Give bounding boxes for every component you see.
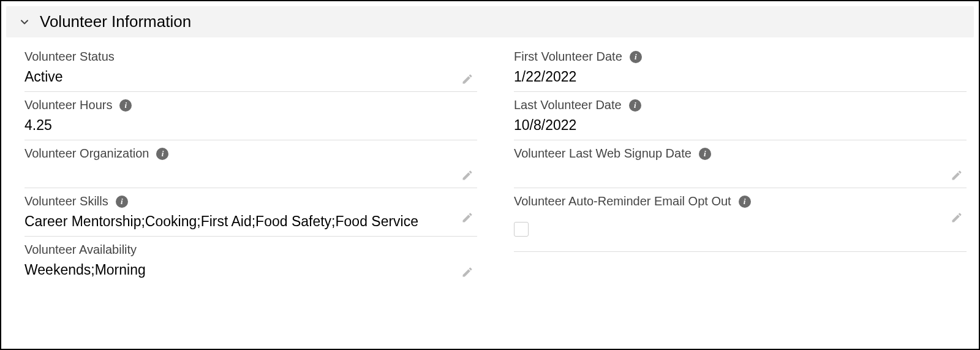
first-volunteer-date-label: First Volunteer Date [514, 50, 622, 64]
section-header[interactable]: Volunteer Information [6, 6, 974, 37]
first-volunteer-date-field: First Volunteer Date i 1/22/2022 [514, 44, 967, 92]
auto-reminder-optout-field: Volunteer Auto-Reminder Email Opt Out i [514, 188, 967, 252]
volunteer-hours-field: Volunteer Hours i 4.25 [24, 92, 477, 140]
volunteer-availability-value: Weekends;Morning [24, 261, 477, 280]
left-column: Volunteer Status Active Volunteer Hours … [24, 44, 477, 284]
section-content: Volunteer Status Active Volunteer Hours … [1, 37, 979, 284]
volunteer-organization-label: Volunteer Organization [24, 146, 149, 161]
right-column: First Volunteer Date i 1/22/2022 Last Vo… [514, 44, 967, 284]
info-icon[interactable]: i [630, 51, 642, 63]
pencil-icon[interactable] [951, 211, 963, 224]
volunteer-status-label: Volunteer Status [24, 50, 115, 64]
volunteer-skills-label: Volunteer Skills [24, 194, 108, 208]
first-volunteer-date-value: 1/22/2022 [514, 67, 967, 86]
pencil-icon[interactable] [461, 73, 473, 85]
pencil-icon[interactable] [461, 169, 473, 181]
volunteer-skills-field: Volunteer Skills i Career Mentorship;Coo… [24, 188, 477, 237]
volunteer-hours-label: Volunteer Hours [24, 98, 112, 112]
auto-reminder-optout-checkbox[interactable] [514, 222, 529, 237]
pencil-icon[interactable] [951, 169, 963, 181]
pencil-icon[interactable] [461, 266, 473, 278]
last-volunteer-date-label: Last Volunteer Date [514, 98, 622, 112]
info-icon[interactable]: i [156, 148, 168, 160]
volunteer-skills-value: Career Mentorship;Cooking;First Aid;Food… [24, 212, 477, 231]
pencil-icon[interactable] [461, 211, 473, 224]
volunteer-availability-field: Volunteer Availability Weekends;Morning [24, 237, 477, 284]
volunteer-status-value: Active [24, 67, 477, 86]
section-title: Volunteer Information [40, 12, 191, 31]
last-web-signup-date-field: Volunteer Last Web Signup Date i [514, 140, 967, 188]
chevron-down-icon [18, 16, 31, 28]
last-volunteer-date-value: 10/8/2022 [514, 116, 967, 135]
info-icon[interactable]: i [739, 196, 751, 208]
volunteer-hours-value: 4.25 [24, 116, 477, 135]
auto-reminder-optout-label: Volunteer Auto-Reminder Email Opt Out [514, 194, 731, 208]
volunteer-status-field: Volunteer Status Active [24, 44, 477, 92]
volunteer-organization-field: Volunteer Organization i [24, 140, 477, 188]
last-volunteer-date-field: Last Volunteer Date i 10/8/2022 [514, 92, 967, 140]
info-icon[interactable]: i [119, 99, 132, 112]
info-icon[interactable]: i [699, 148, 711, 160]
info-icon[interactable]: i [629, 99, 641, 112]
volunteer-availability-label: Volunteer Availability [24, 243, 137, 257]
last-web-signup-date-label: Volunteer Last Web Signup Date [514, 146, 692, 161]
volunteer-organization-value [24, 164, 477, 183]
last-web-signup-date-value [514, 164, 967, 183]
info-icon[interactable]: i [116, 196, 128, 208]
